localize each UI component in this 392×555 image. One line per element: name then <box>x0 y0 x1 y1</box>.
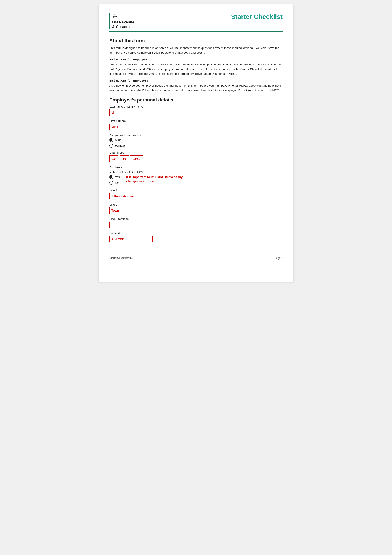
gender-male-radio[interactable] <box>109 138 113 142</box>
dob-year-input[interactable] <box>130 155 143 162</box>
employers-instructions: Instructions for employers This Starter … <box>109 58 283 76</box>
employee-details-heading: Employee's personal details <box>109 97 283 103</box>
logo-text: HM Revenue & Customs <box>112 20 134 29</box>
footer-page: Page 1 <box>274 256 283 260</box>
dob-label: Date of birth <box>109 151 283 154</box>
first-name-group: First name(s) <box>109 119 283 130</box>
gender-female-option[interactable]: Female <box>109 144 283 148</box>
gender-question: Are you male or female? <box>109 133 283 137</box>
dob-inputs <box>109 155 283 162</box>
address-line3-input[interactable] <box>109 222 202 228</box>
uk-yes-option[interactable]: Yes <box>109 175 120 179</box>
uk-no-option[interactable]: No <box>109 181 120 185</box>
footer-version: StarterChecklist v1.0 <box>109 256 133 260</box>
uk-no-label: No <box>115 181 119 184</box>
uk-yes-radio[interactable] <box>109 175 113 179</box>
address-line3-label: Line 3 (optional) <box>109 217 283 220</box>
address-heading: Address <box>109 165 283 169</box>
employees-text: As a new employee your employer needs th… <box>109 83 283 93</box>
uk-radio-group: Yes No <box>109 175 120 186</box>
uk-yes-label: Yes <box>115 175 120 179</box>
dob-month-input[interactable] <box>120 155 129 162</box>
first-name-input[interactable] <box>109 124 202 130</box>
address-line1-group: Line 1 <box>109 189 283 199</box>
page-footer: StarterChecklist v1.0 Page 1 <box>109 253 283 260</box>
address-line1-label: Line 1 <box>109 189 283 192</box>
address-line2-label: Line 2 <box>109 203 283 206</box>
dob-group: Date of birth <box>109 151 283 162</box>
dob-day-input[interactable] <box>109 155 118 162</box>
gender-male-option[interactable]: Male <box>109 138 283 142</box>
first-name-label: First name(s) <box>109 119 283 123</box>
employers-heading: Instructions for employers <box>109 58 283 61</box>
logo-area: ♔ HM Revenue & Customs <box>109 13 134 29</box>
postcode-group: Postcode <box>109 232 283 242</box>
uk-no-radio[interactable] <box>109 181 113 185</box>
address-line2-group: Line 2 <box>109 203 283 214</box>
page-title: Starter Checklist <box>231 13 283 20</box>
postcode-label: Postcode <box>109 232 283 235</box>
gender-group: Are you male or female? Male Female <box>109 133 283 148</box>
uk-address-row: Yes No It is important to let HMRC know … <box>109 175 283 186</box>
address-line3-group: Line 3 (optional) <box>109 217 283 228</box>
about-intro: This form is designed to be filled in on… <box>109 46 283 55</box>
postcode-input[interactable] <box>109 236 153 242</box>
employees-instructions: Instructions for employees As a new empl… <box>109 79 283 93</box>
page-container: ♔ HM Revenue & Customs Starter Checklist… <box>99 4 293 282</box>
gender-radio-group: Male Female <box>109 138 283 148</box>
gender-female-label: Female <box>115 144 125 147</box>
last-name-group: Last name or family name <box>109 105 283 116</box>
uk-question: Is this address in the UK? <box>109 171 283 174</box>
gender-male-label: Male <box>115 138 121 142</box>
hmrc-notice: It is important to let HMRC know of any … <box>126 175 187 184</box>
employers-text: This Starter Checklist can be used to ga… <box>109 62 283 76</box>
address-section: Address Is this address in the UK? Yes N… <box>109 165 283 242</box>
gender-female-radio[interactable] <box>109 144 113 148</box>
last-name-label: Last name or family name <box>109 105 283 108</box>
page-header: ♔ HM Revenue & Customs Starter Checklist <box>109 13 283 32</box>
about-heading: About this form <box>109 38 283 44</box>
employees-heading: Instructions for employees <box>109 79 283 82</box>
last-name-input[interactable] <box>109 109 202 116</box>
crown-icon: ♔ <box>112 13 134 19</box>
employee-details-section: Employee's personal details Last name or… <box>109 97 283 242</box>
logo-border: ♔ HM Revenue & Customs <box>109 13 134 29</box>
address-line2-input[interactable] <box>109 207 202 214</box>
address-line1-input[interactable] <box>109 193 202 199</box>
